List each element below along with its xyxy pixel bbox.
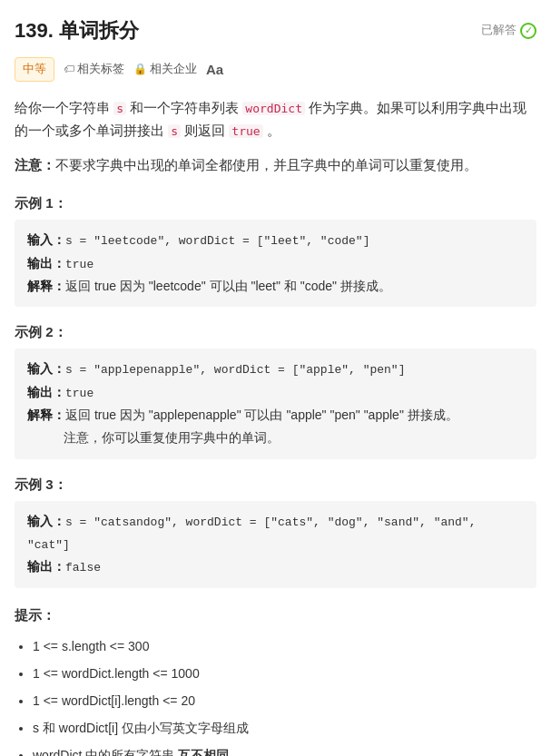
solved-badge: 已解答 ✓ — [481, 21, 536, 40]
page-title: 139. 单词拆分 — [15, 15, 139, 46]
hints-list: 1 <= s.length <= 300 1 <= wordDict.lengt… — [15, 633, 536, 756]
example-3-title: 示例 3： — [15, 474, 536, 496]
examples-section: 示例 1： 输入：s = "leetcode", wordDict = ["le… — [15, 192, 536, 587]
hint-item-1: 1 <= s.length <= 300 — [33, 633, 536, 659]
example-3-output: 输出：false — [27, 555, 524, 578]
example-3: 示例 3： 输入：s = "catsandog", wordDict = ["c… — [15, 474, 536, 588]
description-line1: 给你一个字符串 s 和一个字符串列表 wordDict 作为字典。如果可以利用字… — [15, 96, 536, 142]
example-2: 示例 2： 输入：s = "applepenapple", wordDict =… — [15, 321, 536, 458]
example-2-title: 示例 2： — [15, 321, 536, 343]
solved-check-icon: ✓ — [520, 23, 536, 39]
example-2-explanation: 解释：返回 true 因为 "applepenapple" 可以由 "apple… — [27, 404, 524, 427]
example-3-content: 输入：s = "catsandog", wordDict = ["cats", … — [15, 501, 536, 588]
example-3-input: 输入：s = "catsandog", wordDict = ["cats", … — [27, 510, 524, 556]
example-2-note: 注意，你可以重复使用字典中的单词。 — [27, 427, 524, 449]
tags-row: 中等 🏷 相关标签 🔒 相关企业 Aa — [15, 57, 536, 82]
problem-description: 给你一个字符串 s 和一个字符串列表 wordDict 作为字典。如果可以利用字… — [15, 96, 536, 142]
example-2-content: 输入：s = "applepenapple", wordDict = ["app… — [15, 349, 536, 458]
solved-label: 已解答 — [481, 21, 517, 40]
example-2-input: 输入：s = "applepenapple", wordDict = ["app… — [27, 358, 524, 380]
example-1: 示例 1： 输入：s = "leetcode", wordDict = ["le… — [15, 192, 536, 307]
lock-icon: 🔒 — [133, 61, 147, 78]
related-tags-link[interactable]: 🏷 相关标签 — [64, 60, 124, 79]
hint-item-2: 1 <= wordDict.length <= 1000 — [33, 661, 536, 686]
hint-item-3: 1 <= wordDict[i].length <= 20 — [33, 688, 536, 713]
font-toggle-button[interactable]: Aa — [206, 59, 223, 81]
header: 139. 单词拆分 已解答 ✓ — [15, 15, 536, 46]
problem-note: 注意：不要求字典中出现的单词全都使用，并且字典中的单词可以重复使用。 — [15, 153, 536, 177]
example-1-content: 输入：s = "leetcode", wordDict = ["leet", "… — [15, 220, 536, 307]
example-2-output: 输出：true — [27, 381, 524, 404]
hint-item-4: s 和 wordDict[i] 仅由小写英文字母组成 — [33, 715, 536, 741]
related-company-link[interactable]: 🔒 相关企业 — [133, 60, 197, 79]
example-1-output: 输出：true — [27, 252, 524, 275]
difficulty-tag[interactable]: 中等 — [15, 57, 54, 82]
hints-section: 提示： 1 <= s.length <= 300 1 <= wordDict.l… — [15, 604, 536, 756]
example-1-explanation: 解释：返回 true 因为 "leetcode" 可以由 "leet" 和 "c… — [27, 275, 524, 298]
tag-icon: 🏷 — [64, 61, 74, 78]
example-1-title: 示例 1： — [15, 192, 536, 214]
hints-title: 提示： — [15, 604, 536, 626]
hint-item-5: wordDict 中的所有字符串 互不相同 — [33, 742, 536, 756]
example-1-input: 输入：s = "leetcode", wordDict = ["leet", "… — [27, 229, 524, 251]
